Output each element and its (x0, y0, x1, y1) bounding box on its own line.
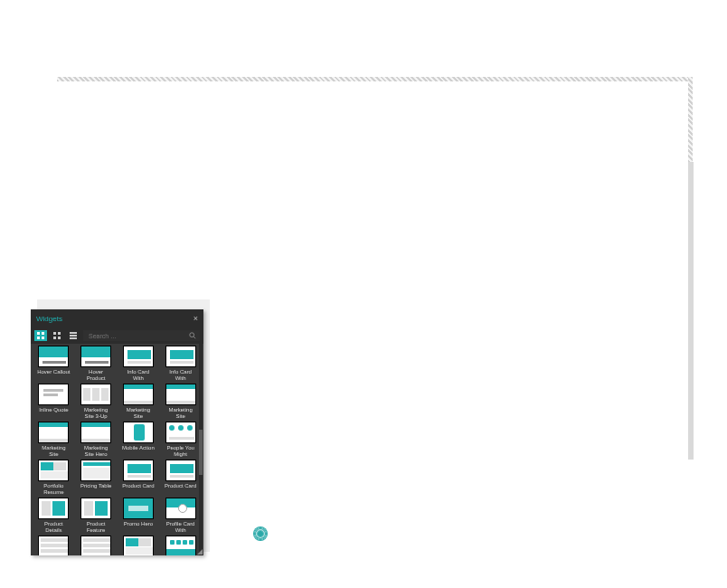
widget-thumbnail (38, 460, 69, 481)
widget-item[interactable]: Info Card With (161, 346, 200, 382)
canvas-border-top (57, 77, 693, 81)
widget-item[interactable]: Product Card (161, 460, 200, 496)
widget-thumbnail (38, 536, 69, 555)
widget-label: Profile Card With (164, 521, 198, 534)
widget-item[interactable]: Hover Callout (34, 346, 73, 382)
svg-rect-6 (53, 337, 56, 339)
widget-thumbnail (38, 346, 69, 367)
widget-item[interactable]: Product Details (34, 498, 73, 534)
widget-label: Marketing Site Hero (79, 445, 113, 458)
tree-icon (36, 331, 45, 340)
widget-thumbnail (80, 460, 111, 481)
widget-thumbnail (123, 384, 154, 405)
panel-scrollbar-thumb[interactable] (199, 430, 203, 475)
widget-thumbnail (80, 346, 111, 367)
widget-item[interactable]: Blog (34, 536, 73, 555)
widget-item[interactable]: Marketing Site (34, 422, 73, 458)
canvas-scrollbar[interactable] (688, 162, 694, 460)
widget-item[interactable]: Info Card With (119, 346, 158, 382)
widget-thumbnail (123, 536, 154, 555)
widget-label: Marketing Site (121, 407, 156, 420)
widget-label: Hover Product (79, 369, 113, 382)
canvas-border-right (688, 77, 693, 162)
svg-rect-8 (70, 332, 77, 334)
widget-thumbnail (165, 498, 196, 519)
widget-label: Marketing Site 3-Up (79, 407, 113, 420)
svg-rect-3 (42, 337, 44, 339)
widget-thumbnail (123, 498, 154, 519)
search-input[interactable] (87, 332, 189, 340)
widget-item[interactable]: Portfolio Resume (34, 460, 73, 496)
widget-item[interactable]: Inline Quote (34, 384, 73, 420)
panel-scrollbar[interactable] (199, 344, 203, 555)
widget-label: Product Card (121, 483, 156, 496)
widget-item[interactable]: Hover Product (77, 346, 116, 382)
grid-icon (52, 331, 61, 340)
widget-label: Product Details (36, 521, 71, 534)
view-grid-button[interactable] (51, 330, 63, 341)
panel-body: Hover CalloutHover ProductInfo Card With… (31, 344, 203, 555)
panel-titlebar[interactable]: Widgets × (31, 309, 203, 327)
widget-thumbnail (123, 460, 154, 481)
widget-thumbnail (38, 498, 69, 519)
widget-thumbnail (80, 384, 111, 405)
widget-thumbnail (38, 384, 69, 405)
widget-thumbnail (165, 460, 196, 481)
widgets-panel: Widgets × (31, 309, 203, 555)
widget-thumbnail (80, 422, 111, 443)
widget-thumbnail (165, 384, 196, 405)
widget-item[interactable]: Featured (77, 536, 116, 555)
svg-rect-0 (37, 332, 40, 335)
widget-label: Marketing Site (164, 407, 198, 420)
widget-thumbnail (123, 346, 154, 367)
svg-rect-9 (70, 335, 77, 337)
widget-thumbnail (80, 498, 111, 519)
svg-rect-5 (58, 332, 61, 335)
widget-label: Marketing Site (36, 445, 71, 458)
widget-item[interactable]: Marketing Site Hero (77, 422, 116, 458)
svg-rect-7 (58, 337, 61, 339)
svg-point-11 (190, 333, 194, 337)
widget-item[interactable]: Portfolio (119, 536, 158, 555)
widget-label: Info Card With (121, 369, 156, 382)
widget-item[interactable]: Marketing Site (161, 384, 200, 420)
widget-label: Hover Callout (36, 369, 71, 382)
widget-item[interactable]: Promo Hero (119, 498, 158, 534)
view-tree-button[interactable] (34, 330, 47, 341)
panel-toolbar (31, 327, 203, 344)
widget-label: Inline Quote (36, 407, 71, 420)
close-icon[interactable]: × (194, 315, 198, 323)
widget-item[interactable]: Pricing Table (77, 460, 116, 496)
view-list-button[interactable] (67, 330, 80, 341)
widget-item[interactable]: Product Feature (77, 498, 116, 534)
widget-item[interactable]: Mobile Action (119, 422, 158, 458)
panel-resize-handle[interactable] (194, 548, 203, 555)
widget-item[interactable]: Marketing Site 3-Up (77, 384, 116, 420)
widget-label: Pricing Table (79, 483, 113, 496)
widget-thumbnail (123, 422, 154, 443)
search-field-wrap (83, 330, 200, 341)
svg-rect-1 (37, 337, 40, 339)
svg-rect-4 (53, 332, 56, 335)
svg-rect-2 (42, 332, 44, 335)
selection-handle[interactable] (254, 527, 267, 540)
widget-item[interactable]: Marketing Site (119, 384, 158, 420)
widget-thumbnail (165, 536, 196, 555)
widget-label: Info Card With (164, 369, 198, 382)
widget-label: Portfolio Resume (36, 483, 71, 496)
list-icon (69, 331, 78, 340)
widget-label: Product Card (164, 483, 198, 496)
widget-thumbnail (165, 422, 196, 443)
widget-item[interactable]: Profile Card With (161, 498, 200, 534)
widget-label: Mobile Action (121, 445, 156, 458)
widget-thumbnail (38, 422, 69, 443)
widget-thumbnail (80, 536, 111, 555)
widget-grid: Hover CalloutHover ProductInfo Card With… (34, 346, 200, 555)
widget-item[interactable]: Product Card (119, 460, 158, 496)
search-icon (189, 332, 196, 339)
widget-thumbnail (165, 346, 196, 367)
widget-label: Promo Hero (121, 521, 156, 534)
svg-rect-10 (70, 337, 77, 339)
widget-item[interactable]: People You Might (161, 422, 200, 458)
widget-label: Product Feature (79, 521, 113, 534)
